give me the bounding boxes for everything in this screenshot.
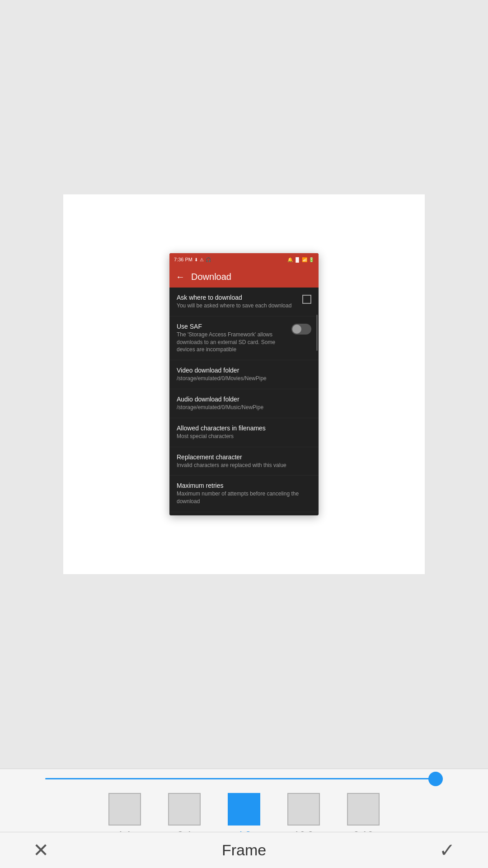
settings-item-replacement-subtitle: Invalid characters are replaced with thi… [177,462,307,469]
settings-item-audio-content: Audio download folder /storage/emulated/… [177,396,311,411]
headset-icon: 🎧 [206,257,211,262]
canvas-frame: 7:36 PM ⬇ ⚠ 🎧 🔔 ▐▌ 📶 🔋 ← Download [63,194,425,574]
settings-item-audio-title: Audio download folder [177,396,307,403]
toolbar-title: Download [191,272,231,282]
settings-item-retries-content: Maximum retries Maximum number of attemp… [177,482,311,505]
saf-toggle-thumb [292,325,301,334]
slider-track[interactable] [45,778,443,779]
status-bar: 7:36 PM ⬇ ⚠ 🎧 🔔 ▐▌ 📶 🔋 [169,253,319,266]
settings-item-allowed-subtitle: Most special characters [177,433,307,440]
settings-item-retries-subtitle: Maximum number of attempts before cancel… [177,490,307,505]
settings-item-audio-folder[interactable]: Audio download folder /storage/emulated/… [169,389,319,418]
alarm-icon: 🔔 [287,257,293,262]
signal-icon: ▐▌ [294,257,300,262]
settings-item-replacement-title: Replacement character [177,453,307,461]
saf-toggle[interactable] [291,324,311,335]
settings-item-saf-content: Use SAF The 'Storage Access Framework' a… [177,323,291,354]
settings-item-max-retries[interactable]: Maximum retries Maximum number of attemp… [169,476,319,512]
settings-item-ask-title: Ask where to download [177,294,298,301]
settings-item-allowed-title: Allowed characters in filenames [177,425,307,432]
settings-list: Ask where to download You will be asked … [169,288,319,515]
settings-item-use-saf[interactable]: Use SAF The 'Storage Access Framework' a… [169,316,319,360]
settings-item-allowed-content: Allowed characters in filenames Most spe… [177,425,311,440]
ratio-box-4-3[interactable] [228,793,260,826]
status-bar-right: 🔔 ▐▌ 📶 🔋 [287,257,314,262]
settings-item-ask-subtitle: You will be asked where to save each dow… [177,302,298,310]
status-bar-left: 7:36 PM ⬇ ⚠ 🎧 [174,257,211,262]
settings-item-video-content: Video download folder /storage/emulated/… [177,367,311,382]
app-toolbar: ← Download [169,266,319,288]
back-button[interactable]: ← [176,272,185,282]
ratio-box-9-16[interactable] [347,793,380,826]
confirm-button[interactable]: ✓ [434,837,461,864]
phone-mockup: 7:36 PM ⬇ ⚠ 🎧 🔔 ▐▌ 📶 🔋 ← Download [169,253,319,515]
settings-item-audio-subtitle: /storage/emulated/0/Music/NewPipe [177,404,307,411]
settings-item-retries-title: Maximum retries [177,482,307,489]
ratio-box-16-9[interactable] [287,793,320,826]
cancel-button[interactable]: ✕ [27,837,54,864]
settings-item-video-subtitle: /storage/emulated/0/Movies/NewPipe [177,375,307,382]
settings-item-video-folder[interactable]: Video download folder /storage/emulated/… [169,360,319,389]
ratio-box-3-4[interactable] [168,793,201,826]
download-icon: ⬇ [194,257,198,262]
warning-icon: ⚠ [200,257,204,262]
settings-item-replacement-content: Replacement character Invalid characters… [177,453,311,469]
settings-item-ask-where-content: Ask where to download You will be asked … [177,294,302,310]
settings-item-video-title: Video download folder [177,367,307,374]
settings-item-replacement-char[interactable]: Replacement character Invalid characters… [169,447,319,476]
ask-where-checkbox[interactable] [302,295,311,304]
wifi-icon: 📶 [302,257,307,262]
settings-item-saf-subtitle: The 'Storage Access Framework' allows do… [177,331,287,354]
settings-item-saf-title: Use SAF [177,323,287,330]
scroll-indicator [316,315,318,351]
settings-item-allowed-chars[interactable]: Allowed characters in filenames Most spe… [169,418,319,447]
settings-content: Ask where to download You will be asked … [169,288,319,515]
ratio-box-1-1[interactable] [108,793,141,826]
frame-title: Frame [222,841,266,859]
slider-thumb[interactable] [428,772,443,786]
status-time: 7:36 PM [174,257,192,262]
slider-container[interactable] [27,778,461,779]
battery-icon: 🔋 [309,257,314,262]
action-bar: ✕ Frame ✓ [0,832,488,868]
canvas-area: 7:36 PM ⬇ ⚠ 🎧 🔔 ▐▌ 📶 🔋 ← Download [0,0,488,769]
settings-item-ask-where-download[interactable]: Ask where to download You will be asked … [169,288,319,316]
